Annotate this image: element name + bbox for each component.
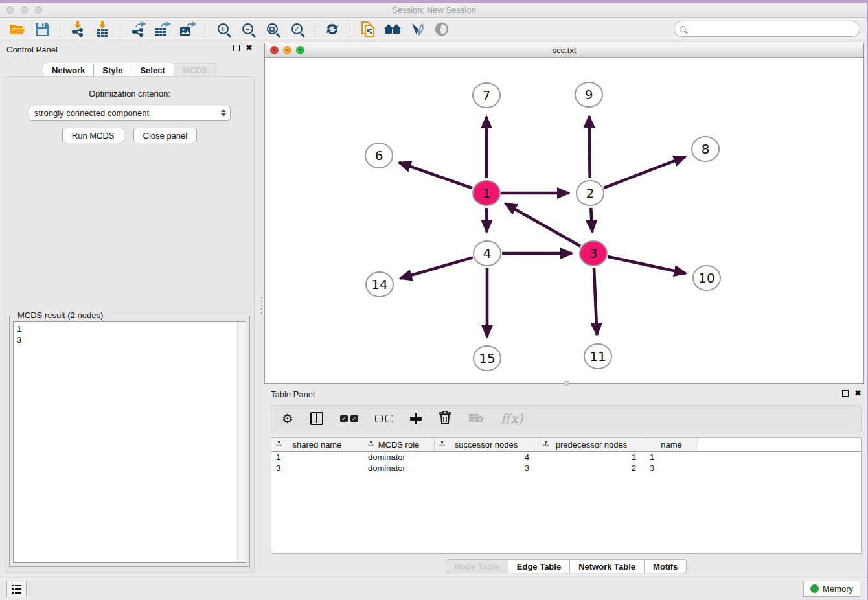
criterion-select[interactable]: strongly connected component xyxy=(29,106,231,121)
unselect-all-columns-icon[interactable] xyxy=(375,415,393,422)
table-cell[interactable]: dominator xyxy=(363,452,435,463)
graph-node-9[interactable]: 9 xyxy=(575,82,602,107)
splitter-handle[interactable] xyxy=(261,297,262,314)
home-layout-icon[interactable] xyxy=(383,20,402,38)
graph-edge-3-1[interactable] xyxy=(505,203,580,246)
export-table-icon[interactable] xyxy=(153,20,172,38)
zoom-in-icon[interactable]: + xyxy=(213,20,233,38)
import-network-icon[interactable] xyxy=(68,20,87,38)
column-header-shared-name[interactable]: shared name xyxy=(271,438,363,451)
close-table-panel-icon[interactable]: ✖ xyxy=(854,390,862,397)
graph-edge-3-11[interactable] xyxy=(594,268,597,335)
table-tabs: Node TableEdge TableNetwork TableMotifs xyxy=(264,559,868,573)
table-cell[interactable]: 3 xyxy=(271,463,363,474)
svg-text:6: 6 xyxy=(375,148,383,163)
tab-node-table[interactable]: Node Table xyxy=(446,559,508,573)
graph-edge-3-10[interactable] xyxy=(608,257,685,273)
vertical-splitter[interactable] xyxy=(259,40,264,577)
gear-icon[interactable]: ⚙ xyxy=(282,412,293,425)
close-panel-icon[interactable]: ✖ xyxy=(246,45,253,51)
float-table-panel-icon[interactable] xyxy=(842,390,849,397)
tab-select[interactable]: Select xyxy=(131,63,174,77)
graph-edge-4-14[interactable] xyxy=(400,257,473,278)
tab-network[interactable]: Network xyxy=(43,63,94,77)
float-panel-icon[interactable] xyxy=(233,45,240,51)
network-window-title: scc.txt xyxy=(265,45,863,55)
graph-node-15[interactable]: 15 xyxy=(474,346,501,371)
graph-node-3[interactable]: 3 xyxy=(580,241,607,266)
duplicate-network-icon[interactable] xyxy=(358,20,378,38)
network-maximize-button[interactable]: + xyxy=(296,46,304,54)
export-image-icon[interactable] xyxy=(177,20,197,38)
export-network-icon[interactable] xyxy=(128,20,148,38)
table-cell[interactable]: 1 xyxy=(271,452,363,463)
zoom-selected-icon[interactable]: ✓ xyxy=(287,20,306,38)
import-table-icon[interactable] xyxy=(93,20,112,38)
close-panel-button[interactable]: Close panel xyxy=(133,128,198,143)
table-cell[interactable]: 3 xyxy=(435,463,538,474)
add-column-icon[interactable] xyxy=(410,413,422,424)
tab-edge-table[interactable]: Edge Table xyxy=(508,559,570,573)
graph-node-1[interactable]: 1 xyxy=(473,181,500,205)
horizontal-splitter-handle[interactable] xyxy=(564,381,569,386)
network-window-titlebar[interactable]: scc.txt ✕ − + xyxy=(265,43,863,58)
tab-network-table[interactable]: Network Table xyxy=(570,559,645,573)
trash-icon[interactable] xyxy=(439,411,451,427)
graph-node-14[interactable]: 14 xyxy=(366,272,393,297)
open-session-icon[interactable] xyxy=(8,20,27,38)
svg-text:7: 7 xyxy=(483,87,491,103)
search-input[interactable] xyxy=(686,24,860,34)
table-row[interactable]: 3dominator323 xyxy=(271,463,861,474)
column-header-successor-nodes[interactable]: successor nodes xyxy=(435,438,538,451)
column-header-predecessor-nodes[interactable]: predecessor nodes xyxy=(538,438,645,451)
graph-edge-2-3[interactable] xyxy=(591,208,592,232)
toolbar-search[interactable] xyxy=(674,21,860,37)
main-toolbar: + − ✓ xyxy=(0,18,868,40)
table-cell[interactable]: 2 xyxy=(538,463,645,474)
column-split-icon[interactable] xyxy=(310,412,323,425)
search-icon xyxy=(680,26,686,32)
network-close-button[interactable]: ✕ xyxy=(270,46,279,54)
graph-node-2[interactable]: 2 xyxy=(577,181,604,205)
table-cell[interactable]: 4 xyxy=(435,452,538,463)
toolbar-separator xyxy=(314,21,315,38)
graph-node-6[interactable]: 6 xyxy=(365,143,393,168)
tab-motifs[interactable]: Motifs xyxy=(645,559,687,573)
graph-node-11[interactable]: 11 xyxy=(584,344,611,369)
graph-edge-1-6[interactable] xyxy=(399,163,472,189)
graph-node-8[interactable]: 8 xyxy=(692,137,719,161)
node-table[interactable]: shared nameMCDS rolesuccessor nodesprede… xyxy=(271,437,862,554)
graph-node-4[interactable]: 4 xyxy=(474,241,501,266)
save-session-icon[interactable] xyxy=(32,20,52,38)
mcds-result-text[interactable]: 1 3 xyxy=(13,321,246,563)
style-toggle-icon[interactable] xyxy=(407,20,427,38)
toolbar-separator xyxy=(60,21,60,38)
zoom-fit-icon[interactable] xyxy=(262,20,282,38)
graph-edge-2-9[interactable] xyxy=(589,116,589,178)
graph-node-10[interactable]: 10 xyxy=(693,266,720,290)
column-header-name[interactable]: name xyxy=(645,438,698,451)
control-panel: Control Panel ✖ NetworkStyleSelectMCDS O… xyxy=(0,40,259,577)
table-cell[interactable]: 3 xyxy=(645,463,698,474)
network-canvas[interactable]: 7968124314101511 xyxy=(265,58,863,383)
table-cell[interactable]: dominator xyxy=(363,463,435,474)
tab-style[interactable]: Style xyxy=(94,63,131,77)
refresh-view-icon[interactable] xyxy=(323,20,342,38)
memory-button[interactable]: Memory xyxy=(803,581,860,597)
task-history-button[interactable] xyxy=(6,581,27,597)
zoom-out-icon[interactable]: − xyxy=(238,20,257,38)
graph-node-7[interactable]: 7 xyxy=(473,83,500,108)
select-all-columns-icon[interactable]: ✓✓ xyxy=(340,415,358,422)
table-cell[interactable]: 1 xyxy=(645,452,698,463)
run-mcds-button[interactable]: Run MCDS xyxy=(62,128,124,143)
result-scrollbar[interactable] xyxy=(237,322,246,562)
table-cell[interactable]: 1 xyxy=(538,452,645,463)
column-header-MCDS-role[interactable]: MCDS role xyxy=(363,438,435,451)
graph-edge-2-8[interactable] xyxy=(604,157,685,188)
svg-text:9: 9 xyxy=(585,87,593,102)
tab-mcds[interactable]: MCDS xyxy=(174,63,216,77)
table-row[interactable]: 1dominator411 xyxy=(271,452,861,463)
memory-label: Memory xyxy=(823,584,853,594)
eye-toggle-icon[interactable] xyxy=(432,20,451,38)
network-minimize-button[interactable]: − xyxy=(283,46,291,54)
